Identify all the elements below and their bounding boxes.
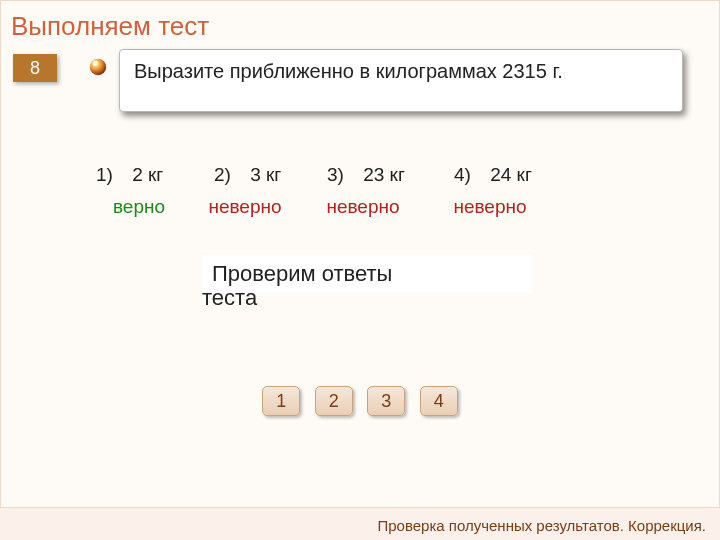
nav-button-2[interactable]: 2 xyxy=(315,386,353,416)
question-text: Выразите приближенно в килограммах 2315 … xyxy=(134,60,563,82)
option-4[interactable]: 4) 24 кг xyxy=(454,164,532,186)
option-index: 1) xyxy=(96,164,113,186)
option-value: 23 кг xyxy=(363,164,405,186)
option-3[interactable]: 3) 23 кг xyxy=(327,164,405,186)
question-box: Выразите приближенно в килограммах 2315 … xyxy=(119,49,683,112)
option-index: 3) xyxy=(327,164,344,186)
option-2[interactable]: 2) 3 кг xyxy=(214,164,281,186)
option-value: 24 кг xyxy=(490,164,532,186)
sphere-bullet-icon xyxy=(87,56,109,78)
nav-button-row: 1 2 3 4 xyxy=(1,386,719,416)
question-number-badge: 8 xyxy=(13,54,57,82)
page-title: Выполняем тест xyxy=(11,11,209,42)
svg-point-1 xyxy=(93,61,99,67)
svg-point-0 xyxy=(90,59,107,76)
option-value: 3 кг xyxy=(250,164,281,186)
option-index: 4) xyxy=(454,164,471,186)
nav-button-3[interactable]: 3 xyxy=(367,386,405,416)
nav-button-4[interactable]: 4 xyxy=(420,386,458,416)
option-value: 2 кг xyxy=(132,164,163,186)
footer-text: Проверка полученных результатов. Коррекц… xyxy=(377,517,706,534)
reveal-line2: теста xyxy=(202,285,257,311)
slide-inner: Выполняем тест 8 Выразите приближенно в … xyxy=(0,0,720,508)
feedback-4: неверно xyxy=(445,197,535,217)
reveal-line1: Проверим ответы xyxy=(212,261,392,286)
feedback-1: верно xyxy=(94,197,184,217)
nav-button-1[interactable]: 1 xyxy=(262,386,300,416)
option-1[interactable]: 1) 2 кг xyxy=(96,164,163,186)
feedback-2: неверно xyxy=(200,197,290,217)
option-index: 2) xyxy=(214,164,231,186)
slide: Выполняем тест 8 Выразите приближенно в … xyxy=(0,0,720,540)
feedback-3: неверно xyxy=(318,197,408,217)
